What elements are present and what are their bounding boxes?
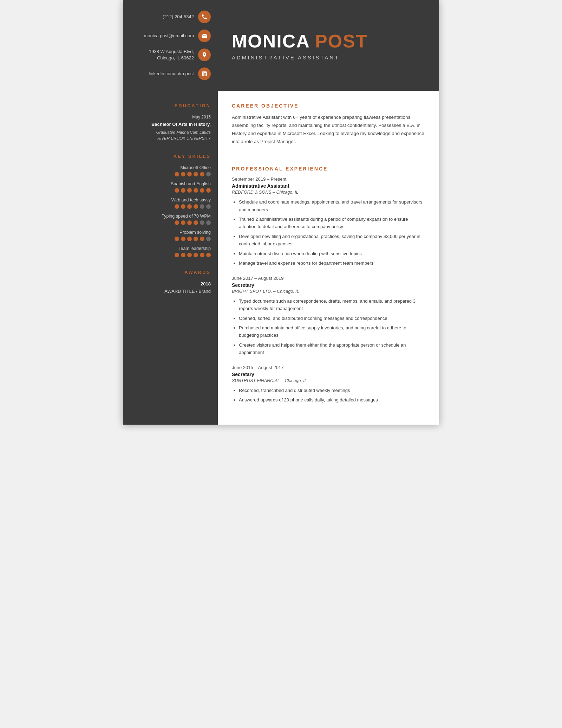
dot-filled xyxy=(194,220,198,225)
phone-icon xyxy=(198,11,211,23)
skill-dots xyxy=(132,204,211,209)
dot-empty xyxy=(206,204,211,209)
dot-empty xyxy=(206,237,211,241)
skill-item: Typing speed of 70 WPM xyxy=(132,214,211,225)
dot-filled xyxy=(181,220,185,225)
skill-dots xyxy=(132,253,211,257)
dot-filled xyxy=(187,172,192,176)
exp-job-title: Secretary xyxy=(232,372,425,377)
divider-1 xyxy=(232,156,425,156)
dot-filled xyxy=(200,172,204,176)
dot-filled xyxy=(187,237,192,241)
dot-empty xyxy=(200,220,204,225)
dot-empty xyxy=(206,220,211,225)
exp-bullet: Developed new filing and organizational … xyxy=(239,233,425,248)
career-objective-title: CAREER OBJECTIVE xyxy=(232,103,425,109)
awards-title: AWARDS xyxy=(132,270,211,275)
skill-dots xyxy=(132,237,211,241)
dot-filled xyxy=(181,204,185,209)
skill-item: Team leadership xyxy=(132,246,211,257)
location-svg xyxy=(201,52,208,58)
edu-date: May 2015 xyxy=(132,115,211,120)
skill-item: Problem solving xyxy=(132,230,211,241)
skill-name: Microsoft Office xyxy=(132,165,211,170)
dot-filled xyxy=(181,188,185,193)
edu-degree: Bachelor Of Arts In History, xyxy=(132,121,211,128)
education-title: EDUCATION xyxy=(132,103,211,108)
exp-company: BRIGHT SPOT LTD. – Chicago, IL xyxy=(232,289,425,294)
dot-filled xyxy=(194,172,198,176)
linkedin-icon xyxy=(198,67,211,80)
contact-address-text: 1938 W Augusta Blvd, Chicago, IL 60622 xyxy=(149,49,194,61)
dot-filled xyxy=(194,188,198,193)
awards-container: 2018AWARD TITLE / Brand xyxy=(132,281,211,294)
linkedin-svg xyxy=(201,71,208,77)
skill-name: Web and tech savvy xyxy=(132,198,211,202)
exp-bullets: Typed documents such as correspondence, … xyxy=(232,297,425,356)
exp-date: June 2017 – August 2019 xyxy=(232,276,425,281)
career-objective-text: Administrative Assistant with 6+ years o… xyxy=(232,114,425,146)
skill-name: Spanish and English xyxy=(132,181,211,186)
skill-name: Problem solving xyxy=(132,230,211,235)
exp-job-title: Secretary xyxy=(232,282,425,288)
exp-bullet: Opened, sorted, and distributed incoming… xyxy=(239,315,425,322)
dot-filled xyxy=(181,253,185,257)
resume-container: (212) 204-5342 monica.post@gmail.com xyxy=(123,0,439,425)
dot-filled xyxy=(175,253,179,257)
main-content: CAREER OBJECTIVE Administrative Assistan… xyxy=(218,91,439,424)
name-line: MONICA POST xyxy=(232,31,425,52)
last-name: POST xyxy=(315,31,368,52)
awards-section: AWARDS 2018AWARD TITLE / Brand xyxy=(132,270,211,294)
skills-container: Microsoft OfficeSpanish and EnglishWeb a… xyxy=(132,165,211,257)
award-title: AWARD TITLE / Brand xyxy=(132,289,211,294)
exp-bullet: Trained 2 administrative assistants duri… xyxy=(239,215,425,231)
exp-bullet: Typed documents such as correspondence, … xyxy=(239,297,425,313)
exp-block: September 2019 – PresentAdministrative A… xyxy=(232,176,425,267)
skill-item: Web and tech savvy xyxy=(132,198,211,209)
body: EDUCATION May 2015 Bachelor Of Arts In H… xyxy=(123,91,439,424)
exp-date: September 2019 – Present xyxy=(232,176,425,182)
exp-company: REDFORD & SONS – Chicago, IL xyxy=(232,190,425,195)
dot-filled xyxy=(200,188,204,193)
contact-email-item: monica.post@gmail.com xyxy=(133,30,211,42)
contact-email-text: monica.post@gmail.com xyxy=(144,33,194,39)
dot-filled xyxy=(187,204,192,209)
dot-filled xyxy=(194,204,198,209)
sidebar: EDUCATION May 2015 Bachelor Of Arts In H… xyxy=(123,91,218,424)
experience-title: PROFESSIONAL EXPERIENCE xyxy=(232,166,425,172)
skill-item: Spanish and English xyxy=(132,181,211,193)
dot-filled xyxy=(181,172,185,176)
dot-filled xyxy=(200,253,204,257)
dot-filled xyxy=(206,253,211,257)
exp-bullet: Greeted visitors and helped them either … xyxy=(239,341,425,356)
exp-company: SUNTRUST FINANCIAL – Chicago, IL xyxy=(232,378,425,383)
contact-address-item: 1938 W Augusta Blvd, Chicago, IL 60622 xyxy=(133,49,211,61)
exp-bullet: Schedule and coordinate meetings, appoin… xyxy=(239,198,425,213)
header-left: (212) 204-5342 monica.post@gmail.com xyxy=(123,0,218,91)
header: (212) 204-5342 monica.post@gmail.com xyxy=(123,0,439,91)
education-section: EDUCATION May 2015 Bachelor Of Arts In H… xyxy=(132,103,211,141)
skills-section: KEY SKILLS Microsoft OfficeSpanish and E… xyxy=(132,154,211,257)
exp-bullet: Maintain utmost discretion when dealing … xyxy=(239,250,425,257)
dot-filled xyxy=(206,188,211,193)
email-svg xyxy=(201,33,208,39)
exp-bullets: Recorded, transcribed and distributed we… xyxy=(232,387,425,404)
contact-phone-text: (212) 204-5342 xyxy=(163,14,194,20)
dot-filled xyxy=(175,172,179,176)
dot-empty xyxy=(200,204,204,209)
skill-dots xyxy=(132,188,211,193)
dot-empty xyxy=(206,172,211,176)
contact-linkedin-item: linkedin.com/in/m.post xyxy=(133,67,211,80)
skill-name: Team leadership xyxy=(132,246,211,251)
skills-title: KEY SKILLS xyxy=(132,154,211,159)
first-name: MONICA xyxy=(232,31,310,52)
location-icon xyxy=(198,49,211,61)
dot-filled xyxy=(175,220,179,225)
job-title: Administrative Assistant xyxy=(232,54,425,60)
contact-phone-item: (212) 204-5342 xyxy=(133,11,211,23)
skill-dots xyxy=(132,172,211,176)
header-right: MONICA POST Administrative Assistant xyxy=(218,0,439,91)
skill-dots xyxy=(132,220,211,225)
exp-bullet: Purchased and maintained office supply i… xyxy=(239,324,425,339)
edu-sub1: Graduated Magna Cum Laude xyxy=(132,129,211,135)
